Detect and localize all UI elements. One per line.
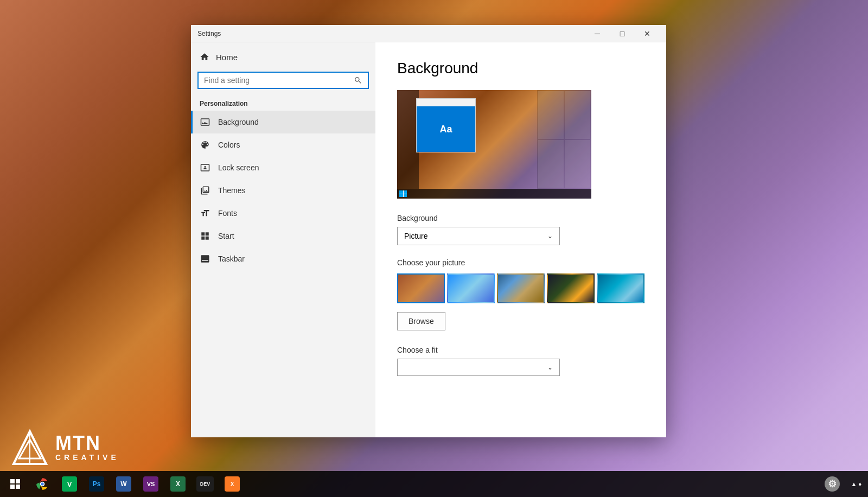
logo-area: MTN CREATIVE — [11, 429, 119, 467]
background-icon — [200, 117, 210, 128]
picture-thumb-2[interactable] — [447, 273, 495, 303]
fit-chevron-icon: ⌄ — [547, 364, 553, 371]
picture-thumb-3[interactable] — [497, 273, 545, 303]
taskbar-app-settings[interactable]: ⚙ — [819, 471, 845, 497]
taskbar-app-excel[interactable]: X — [165, 471, 191, 497]
fonts-icon — [200, 208, 210, 219]
preview-tiles — [537, 90, 591, 189]
preview-aa-text: Aa — [439, 124, 452, 135]
preview-tile-2 — [565, 91, 590, 139]
preview-sidebar — [397, 90, 419, 189]
vector-icon: V — [62, 476, 77, 492]
background-preview: Aa — [397, 90, 591, 199]
home-label: Home — [216, 53, 238, 62]
picture-thumb-1[interactable] — [397, 273, 445, 303]
search-input[interactable] — [204, 76, 354, 85]
sidebar-item-background-label: Background — [218, 118, 259, 126]
visual-studio-icon: VS — [143, 476, 158, 492]
taskbar: V Ps W VS X DEV X ⚙ ▲ ♦ — [0, 471, 868, 497]
section-label: Personalization — [191, 93, 375, 111]
sidebar-item-start-label: Start — [218, 232, 234, 240]
preview-tile-4 — [565, 140, 590, 188]
title-bar: Settings ─ □ ✕ — [191, 25, 666, 42]
sidebar-item-taskbar[interactable]: Taskbar — [191, 247, 375, 270]
taskbar-app-visual-studio[interactable]: VS — [138, 471, 164, 497]
preview-tile-1 — [538, 91, 564, 139]
logo-creative: CREATIVE — [55, 453, 119, 462]
excel-icon: X — [170, 476, 186, 492]
search-box — [197, 72, 369, 89]
themes-icon — [200, 185, 210, 196]
logo-text: MTN CREATIVE — [55, 434, 119, 462]
fit-dropdown[interactable]: ⌄ — [397, 359, 560, 376]
mtn-logo-icon — [11, 429, 49, 467]
dev-icon: DEV — [196, 476, 214, 492]
taskbar-app-photoshop[interactable]: Ps — [84, 471, 110, 497]
taskbar-sys-tray: ▲ ♦ — [846, 481, 866, 487]
sidebar-item-lock-screen-label: Lock screen — [218, 163, 259, 172]
start-button[interactable] — [2, 471, 28, 497]
sys-tray-time: ▲ ♦ — [851, 481, 861, 487]
preview-window-body: Aa — [417, 106, 475, 152]
choose-fit-label: Choose a fit — [397, 346, 644, 354]
background-dropdown[interactable]: Picture ⌄ — [397, 227, 560, 245]
sidebar-item-themes[interactable]: Themes — [191, 179, 375, 202]
background-field-label: Background — [397, 214, 644, 222]
sidebar-item-taskbar-label: Taskbar — [218, 254, 245, 263]
sidebar-item-colors[interactable]: Colors — [191, 133, 375, 156]
preview-start-button — [399, 190, 407, 197]
page-title: Background — [397, 60, 644, 77]
nav-panel: Home Personalization Background — [191, 42, 375, 437]
sidebar-item-fonts-label: Fonts — [218, 209, 237, 218]
sidebar-item-lock-screen[interactable]: Lock screen — [191, 156, 375, 179]
preview-taskbar — [397, 189, 591, 199]
start-icon — [10, 479, 20, 489]
taskbar-app-dev[interactable]: DEV — [192, 471, 218, 497]
start-icon — [200, 231, 210, 241]
sidebar-item-background[interactable]: Background — [191, 111, 375, 133]
home-link[interactable]: Home — [191, 47, 375, 67]
colors-icon — [200, 139, 210, 150]
taskbar-icon — [200, 253, 210, 264]
preview-window-bar — [417, 99, 475, 106]
preview-tile-3 — [538, 140, 564, 188]
home-icon — [200, 52, 209, 62]
preview-window: Aa — [416, 98, 476, 152]
content-panel: Background Aa — [375, 42, 666, 437]
taskbar-app-word[interactable]: W — [111, 471, 137, 497]
logo-mtn: MTN — [55, 434, 119, 453]
maximize-button[interactable]: □ — [610, 25, 635, 42]
sidebar-item-fonts[interactable]: Fonts — [191, 202, 375, 225]
window-title: Settings — [197, 30, 585, 37]
xampp-icon: X — [225, 476, 240, 492]
chrome-icon — [35, 476, 50, 492]
picture-thumb-4[interactable] — [547, 273, 595, 303]
taskbar-settings-icon: ⚙ — [825, 476, 840, 492]
taskbar-app-xampp[interactable]: X — [219, 471, 245, 497]
background-dropdown-value: Picture — [404, 232, 428, 240]
svg-point-5 — [41, 482, 43, 485]
taskbar-app-chrome[interactable] — [29, 471, 55, 497]
choose-picture-label: Choose your picture — [397, 258, 644, 267]
window-controls: ─ □ ✕ — [585, 25, 660, 42]
close-button[interactable]: ✕ — [635, 25, 660, 42]
picture-thumb-5[interactable] — [597, 273, 644, 303]
taskbar-app-vector[interactable]: V — [56, 471, 82, 497]
sidebar-item-start[interactable]: Start — [191, 225, 375, 247]
sidebar-item-themes-label: Themes — [218, 186, 246, 195]
picture-grid — [397, 273, 644, 303]
word-icon: W — [116, 476, 131, 492]
settings-window: Settings ─ □ ✕ Home — [191, 25, 666, 437]
lock-screen-icon — [200, 162, 210, 173]
sidebar-item-colors-label: Colors — [218, 141, 240, 149]
search-icon — [354, 76, 362, 85]
chevron-down-icon: ⌄ — [547, 232, 553, 240]
browse-button[interactable]: Browse — [397, 312, 445, 330]
window-body: Home Personalization Background — [191, 42, 666, 437]
photoshop-icon: Ps — [89, 476, 104, 492]
minimize-button[interactable]: ─ — [585, 25, 610, 42]
